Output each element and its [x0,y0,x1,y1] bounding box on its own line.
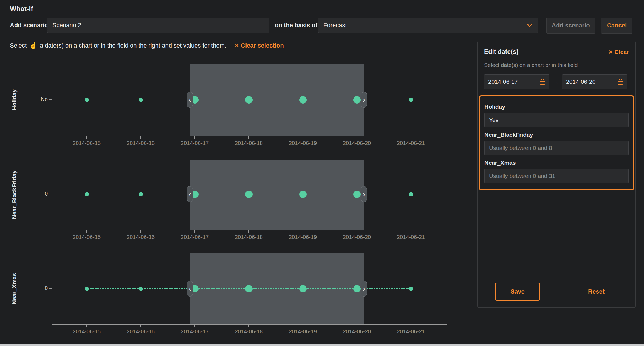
x-tick-label: 2014-06-17 [167,234,222,240]
x-tick-label: 2014-06-16 [113,328,168,335]
data-point[interactable] [299,285,307,292]
x-tick-mark [86,230,87,233]
x-tick-mark [303,136,303,139]
reset-button[interactable]: Reset [560,283,633,301]
x-tick-label: 2014-06-15 [59,234,114,240]
whatif-page: What-If Add scenario on the basis of For… [0,0,644,346]
data-point[interactable] [85,192,89,196]
panel-clear-label: Clear [614,49,629,55]
x-icon: × [609,49,612,55]
selection-region[interactable] [190,64,364,136]
chart-row-title: Holiday [11,89,18,110]
cancel-button[interactable]: Cancel [601,18,632,34]
calendar-icon[interactable] [539,79,546,85]
x-tick-mark [357,230,357,233]
field-label-near-xmas: Near_Xmas [484,160,629,166]
y-tick-mark [49,99,52,100]
near-blackfriday-value-input[interactable] [484,141,629,155]
data-point[interactable] [409,192,413,196]
x-tick-mark [303,230,303,233]
x-tick-label: 2014-06-20 [329,328,384,335]
x-tick-label: 2014-06-21 [383,140,438,146]
add-scenario-button[interactable]: Add scenario [546,18,595,34]
footer-divider [557,284,557,300]
data-point[interactable] [85,287,89,291]
date-to-input[interactable] [566,78,615,85]
selection-handle-left[interactable]: ‹ [187,92,193,108]
x-tick-mark [194,136,195,139]
y-tick-label: 0 [15,191,48,197]
x-tick-mark [248,230,249,233]
panel-title: Edit date(s) [484,48,518,55]
x-tick-mark [86,325,87,327]
x-tick-mark [194,325,195,327]
data-point[interactable] [245,191,253,198]
x-tick-mark [248,325,249,327]
selection-handle-right[interactable]: › [361,281,367,297]
x-tick-label: 2014-06-20 [329,234,384,240]
y-axis-line [52,160,52,230]
y-tick-mark [49,288,52,289]
x-tick-label: 2014-06-17 [167,140,222,146]
x-tick-mark [411,230,411,233]
field-label-holiday: Holiday [484,104,629,110]
x-tick-mark [86,136,87,139]
y-tick-label: 0 [15,285,48,291]
x-tick-label: 2014-06-21 [383,328,438,335]
panel-clear-button[interactable]: × Clear [609,49,629,55]
data-point[interactable] [353,191,361,198]
selection-handle-right[interactable]: › [361,92,367,108]
selection-handle-left[interactable]: ‹ [187,186,193,202]
data-point[interactable] [139,98,143,102]
edit-dates-panel: Edit date(s) × Clear Select date(s) on a… [477,41,636,308]
data-point[interactable] [353,285,361,292]
date-from-input[interactable] [488,78,538,85]
data-point[interactable] [299,96,307,104]
x-tick-mark [140,230,141,233]
x-tick-label: 2014-06-19 [275,328,330,335]
data-point[interactable] [299,191,307,198]
arrow-right-icon: → [552,78,560,86]
date-to-field[interactable] [562,74,627,89]
selection-region[interactable] [190,160,364,230]
save-button[interactable]: Save [495,283,540,301]
x-tick-mark [140,325,141,327]
charts-area: NoHoliday2014-06-152014-06-162014-06-172… [0,0,466,346]
data-point[interactable] [353,96,361,104]
x-tick-mark [357,136,357,139]
data-point[interactable] [409,287,413,291]
x-tick-mark [303,325,303,327]
edit-values-highlight-box: Holiday Near_BlackFriday Near_Xmas [479,95,634,190]
near-xmas-value-input[interactable] [484,169,629,183]
x-tick-mark [248,136,249,139]
x-tick-mark [357,325,357,327]
data-point[interactable] [139,192,143,196]
data-point[interactable] [245,285,253,292]
selection-handle-left[interactable]: ‹ [187,281,193,297]
date-from-field[interactable] [484,74,549,89]
data-point[interactable] [85,98,89,102]
x-tick-label: 2014-06-18 [221,140,276,146]
panel-header: Edit date(s) × Clear [484,48,629,55]
y-tick-mark [49,194,52,194]
bottom-scrollbar[interactable] [0,344,644,346]
calendar-icon[interactable] [617,79,624,85]
chevron-down-icon [526,22,533,29]
selection-handle-right[interactable]: › [361,186,367,202]
date-range-row: → [484,74,629,89]
data-point[interactable] [139,287,143,291]
x-tick-label: 2014-06-19 [275,140,330,146]
x-axis-line [52,230,447,230]
x-tick-mark [194,230,195,233]
x-tick-label: 2014-06-18 [221,234,276,240]
x-axis-line [52,324,447,325]
holiday-value-input[interactable] [484,113,629,127]
x-tick-label: 2014-06-16 [113,140,168,146]
data-point[interactable] [409,98,413,102]
data-point[interactable] [245,96,253,104]
x-tick-label: 2014-06-15 [59,328,114,335]
y-axis-line [52,64,52,136]
panel-hint: Select date(s) on a chart or in this fie… [484,62,629,68]
x-tick-label: 2014-06-18 [221,328,276,335]
chart-row-title: Near_BlackFriday [11,170,18,219]
